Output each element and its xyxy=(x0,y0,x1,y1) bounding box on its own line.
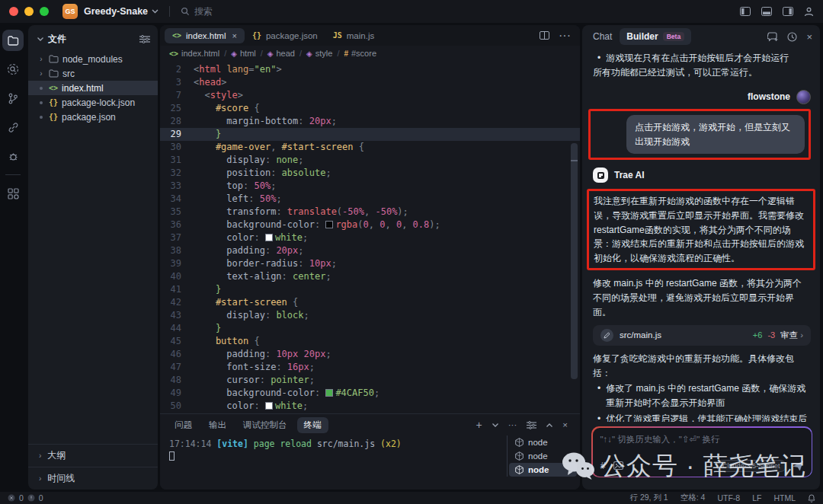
changed-file-card[interactable]: src/main.js +6 -3 审查› xyxy=(593,325,811,346)
new-terminal-icon[interactable]: + xyxy=(476,419,482,431)
toggle-bottom-panel-icon[interactable] xyxy=(761,7,772,16)
tab-problems[interactable]: 问题 xyxy=(168,417,199,433)
tree-item-package-json[interactable]: {} package.json xyxy=(28,110,158,124)
notifications-bell-icon[interactable] xyxy=(808,494,815,502)
project-switcher[interactable]: Greedy-Snake xyxy=(84,6,159,17)
color-swatch xyxy=(325,389,333,397)
indentation[interactable]: 空格: 4 xyxy=(680,493,706,503)
tab-chat[interactable]: Chat xyxy=(593,31,612,42)
activity-debug-icon[interactable] xyxy=(2,145,24,167)
code-line[interactable]: 28margin-bottom: 20px; xyxy=(160,115,580,128)
code-line[interactable]: 2<html lang="en"> xyxy=(160,63,580,76)
maximize-panel-icon[interactable] xyxy=(546,423,552,427)
panel-more-icon[interactable]: ··· xyxy=(508,420,517,429)
tab-terminal[interactable]: 终端 xyxy=(297,417,328,433)
chat-input-box[interactable]: "↑↓" 切换历史输入，"⇧⏎" 换行 # Claude-3.5-Sonnet xyxy=(591,426,812,477)
tree-item-package-lock[interactable]: {} package-lock.json xyxy=(28,95,158,110)
tab-builder[interactable]: Builder Beta xyxy=(620,28,691,45)
close-chat-icon[interactable]: × xyxy=(806,31,812,43)
code-line[interactable]: 42#start-screen { xyxy=(160,296,580,309)
code-line[interactable]: 49background-color: #4CAF50; xyxy=(160,387,580,400)
code-line[interactable]: 33top: 50%; xyxy=(160,180,580,193)
code-line[interactable]: 40text-align: center; xyxy=(160,270,580,283)
code-line[interactable]: 31display: none; xyxy=(160,154,580,167)
activity-explorer-icon[interactable] xyxy=(2,30,24,51)
bottom-panel: 问题 输出 调试控制台 终端 + ··· × 17:14:14 [vite] p… xyxy=(160,413,580,490)
eol[interactable]: LF xyxy=(752,493,761,502)
code-line[interactable]: 30#game-over, #start-screen { xyxy=(160,141,580,154)
timeline-section[interactable]: › 时间线 xyxy=(28,467,158,490)
tab-main-js[interactable]: JS main.js xyxy=(325,28,382,43)
code-line[interactable]: 47font-size: 16px; xyxy=(160,361,580,374)
tree-item-src[interactable]: › src xyxy=(28,66,158,81)
review-button[interactable]: 审查› xyxy=(780,329,803,343)
tab-package-json[interactable]: {} package.json xyxy=(245,28,325,43)
terminal-settings-icon[interactable] xyxy=(527,421,536,429)
minimize-window-button[interactable] xyxy=(24,7,34,16)
code-line[interactable]: 37color: white; xyxy=(160,231,580,244)
code-line[interactable]: 36background-color: rgba(0, 0, 0, 0.8); xyxy=(160,219,580,231)
split-editor-icon[interactable] xyxy=(540,31,549,40)
code-line[interactable]: 44} xyxy=(160,322,580,335)
terminal-instance[interactable]: node xyxy=(509,449,577,463)
close-panel-icon[interactable]: × xyxy=(562,420,568,429)
account-icon[interactable] xyxy=(804,7,814,17)
encoding[interactable]: UTF-8 xyxy=(717,493,740,502)
tab-index-html[interactable]: <> index.html × xyxy=(165,28,245,43)
warnings-count[interactable]: 0 xyxy=(39,493,43,502)
activity-extensions-icon[interactable] xyxy=(2,183,24,204)
code-line[interactable]: 43display: block; xyxy=(160,309,580,322)
terminal-instance-selected[interactable]: node xyxy=(509,463,577,477)
close-window-button[interactable] xyxy=(9,7,18,16)
code-line[interactable]: 38padding: 20px; xyxy=(160,244,580,257)
editor-scrollbar[interactable] xyxy=(571,143,578,379)
language-mode[interactable]: HTML xyxy=(773,493,796,502)
breadcrumb-head[interactable]: ◈head xyxy=(267,49,295,58)
code-line[interactable]: 35transform: translate(-50%, -50%); xyxy=(160,206,580,219)
toggle-left-panel-icon[interactable] xyxy=(740,7,751,16)
activity-search-icon[interactable] xyxy=(2,59,24,80)
code-line[interactable]: 25#score { xyxy=(160,102,580,115)
attach-image-icon[interactable] xyxy=(613,461,623,470)
code-line[interactable]: 45button { xyxy=(160,335,580,348)
tree-item-index-html[interactable]: <> index.html xyxy=(28,81,158,95)
history-icon[interactable] xyxy=(787,32,797,42)
send-icon[interactable] xyxy=(793,461,804,471)
model-selector[interactable]: Claude-3.5-Sonnet xyxy=(716,460,786,472)
code-line[interactable]: 46padding: 10px 20px; xyxy=(160,348,580,361)
context-hash-icon[interactable]: # xyxy=(600,460,606,471)
code-line[interactable]: 50color: white; xyxy=(160,400,580,413)
global-search[interactable]: 搜索 xyxy=(181,5,213,18)
node-icon xyxy=(515,451,524,461)
breadcrumb-html[interactable]: ◈html xyxy=(231,49,255,58)
code-line[interactable]: 41} xyxy=(160,283,580,296)
code-editor[interactable]: 2<html lang="en">3<head>7<style>25#score… xyxy=(160,61,580,413)
terminal-instance[interactable]: node xyxy=(509,435,577,449)
filter-icon[interactable] xyxy=(139,35,150,43)
code-line[interactable]: 32position: absolute; xyxy=(160,167,580,180)
breadcrumb-file[interactable]: <>index.html xyxy=(169,49,219,58)
tree-item-node-modules[interactable]: › node_modules xyxy=(28,52,158,66)
new-chat-icon[interactable] xyxy=(767,32,778,42)
activity-source-control-icon[interactable] xyxy=(2,88,24,109)
maximize-window-button[interactable] xyxy=(40,7,49,16)
outline-section[interactable]: › 大纲 xyxy=(28,444,158,467)
code-line[interactable]: 39border-radius: 10px; xyxy=(160,257,580,270)
code-line[interactable]: 34left: 50%; xyxy=(160,193,580,206)
tab-debug-console[interactable]: 调试控制台 xyxy=(236,417,294,433)
code-line[interactable]: 48cursor: pointer; xyxy=(160,374,580,387)
tab-output[interactable]: 输出 xyxy=(202,417,233,433)
errors-count[interactable]: 0 xyxy=(19,493,24,502)
close-tab-icon[interactable]: × xyxy=(232,31,236,40)
more-actions-icon[interactable]: ··· xyxy=(559,29,571,43)
activity-remote-icon[interactable] xyxy=(2,116,24,138)
toggle-right-panel-icon[interactable] xyxy=(783,7,793,16)
terminal-dropdown-icon[interactable] xyxy=(492,423,498,427)
cursor-position[interactable]: 行 29, 列 1 xyxy=(630,493,668,503)
chevron-right-icon: › xyxy=(37,55,45,63)
code-line[interactable]: 7<style> xyxy=(160,89,580,102)
breadcrumb-score[interactable]: ##score xyxy=(344,49,376,58)
code-line[interactable]: 3<head> xyxy=(160,76,580,89)
breadcrumb-style[interactable]: ◈style xyxy=(306,49,332,58)
code-line[interactable]: 29} xyxy=(160,128,580,141)
